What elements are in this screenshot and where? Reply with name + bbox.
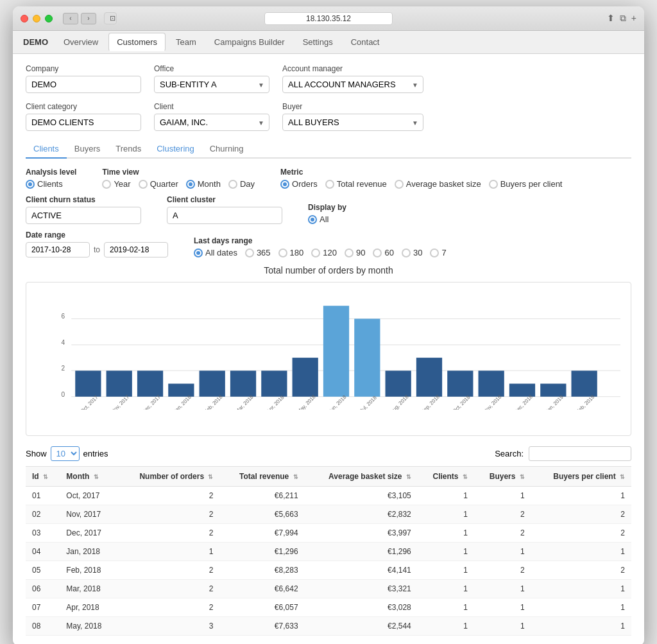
bar-aug-2018[interactable] [386, 370, 411, 396]
tab-clients[interactable]: Clients [26, 140, 67, 159]
sort-clients-icon: ⇅ [463, 474, 468, 480]
share-icon[interactable]: ⬆ [607, 13, 615, 24]
date-to-input[interactable] [104, 242, 168, 257]
office-filter: Office SUB-ENTITY A ▼ [154, 64, 269, 93]
maximize-button[interactable] [45, 15, 53, 22]
radio-365-dot [245, 248, 254, 257]
radio-avg-basket[interactable]: Average basket size [395, 179, 481, 189]
radio-30[interactable]: 30 [402, 248, 422, 257]
client-churn-input[interactable] [26, 207, 141, 224]
bar-may-2018[interactable] [293, 358, 318, 397]
radio-30-label: 30 [413, 248, 422, 257]
radio-all[interactable]: All [308, 214, 328, 224]
radio-buyers-per-client[interactable]: Buyers per client [489, 179, 563, 189]
bar-jul-2018[interactable] [354, 318, 380, 396]
cell-month: Mar, 2018 [60, 580, 117, 598]
tab-churning[interactable]: Churning [202, 140, 252, 159]
bar-sep-2018[interactable] [416, 358, 442, 397]
minimize-button[interactable] [33, 15, 40, 22]
bar-dec-2017[interactable] [137, 370, 163, 396]
bar-jan-2019[interactable] [540, 384, 566, 397]
bar-oct-2018[interactable] [447, 370, 473, 396]
search-input[interactable] [529, 446, 631, 461]
buyer-select[interactable]: ALL BUYERS [282, 114, 423, 131]
col-bpc[interactable]: Buyers per client ⇅ [531, 467, 631, 487]
bar-chart: 0 2 4 6 Oct, 2017 Nov, 2017 Dec, 2017 [52, 293, 620, 410]
display-by-radios: All [308, 214, 346, 224]
company-input[interactable] [26, 76, 141, 93]
sort-avg-basket-icon: ⇅ [406, 474, 411, 480]
svg-text:6: 6 [62, 313, 65, 320]
col-id[interactable]: Id ⇅ [26, 467, 60, 487]
radio-7[interactable]: 7 [430, 248, 446, 257]
radio-month-dot [186, 180, 195, 189]
close-button[interactable] [21, 15, 28, 22]
bar-feb-2018[interactable] [200, 370, 225, 396]
radio-year[interactable]: Year [102, 179, 130, 189]
cell-buyers: 2 [474, 505, 531, 524]
radio-90[interactable]: 90 [345, 248, 365, 257]
tab-trends[interactable]: Trends [108, 140, 149, 159]
bar-jun-2018[interactable] [323, 306, 349, 397]
radio-365[interactable]: 365 [245, 248, 271, 257]
radio-total-revenue[interactable]: Total revenue [325, 179, 387, 189]
bar-nov-2017[interactable] [107, 370, 132, 396]
forward-button[interactable]: › [81, 13, 96, 24]
client-category-filter: Client category [26, 102, 141, 131]
col-month[interactable]: Month ⇅ [60, 467, 117, 487]
client-cluster-input[interactable] [167, 207, 282, 224]
nav-item-contact[interactable]: Contact [343, 33, 388, 51]
cell-id: 07 [26, 598, 60, 617]
radio-quarter[interactable]: Quarter [139, 179, 178, 189]
radio-60[interactable]: 60 [373, 248, 393, 257]
back-button[interactable]: ‹ [63, 13, 78, 24]
bar-oct-2017[interactable] [75, 370, 101, 396]
radio-orders-dot [280, 180, 289, 189]
url-bar[interactable]: 18.130.35.12 [264, 12, 393, 25]
nav-item-overview[interactable]: Overview [56, 33, 106, 51]
radio-orders[interactable]: Orders [280, 179, 318, 189]
tab-clustering[interactable]: Clustering [149, 140, 202, 159]
radio-day[interactable]: Day [228, 179, 255, 189]
client-select[interactable]: GAIAM, INC. [154, 114, 269, 131]
bar-apr-2018[interactable] [261, 370, 287, 396]
account-manager-select[interactable]: ALL ACCOUNT MANAGERS [282, 76, 423, 93]
radio-180[interactable]: 180 [278, 248, 304, 257]
radio-buyers-per-client-label: Buyers per client [500, 179, 563, 189]
nav-item-campaigns[interactable]: Campaigns Builder [207, 33, 293, 51]
bar-dec-2018[interactable] [509, 384, 535, 397]
col-orders[interactable]: Number of orders ⇅ [117, 467, 219, 487]
radio-day-dot [228, 180, 237, 189]
col-clients[interactable]: Clients ⇅ [418, 467, 474, 487]
client-category-input[interactable] [26, 114, 141, 131]
bar-feb-2019[interactable] [571, 370, 597, 396]
add-tab-icon[interactable]: + [631, 13, 636, 24]
cell-id: 04 [26, 543, 60, 561]
nav-item-customers[interactable]: Customers [108, 33, 166, 51]
col-buyers[interactable]: Buyers ⇅ [474, 467, 531, 487]
bar-jan-2018[interactable] [168, 384, 194, 397]
bar-mar-2018[interactable] [230, 370, 256, 396]
radio-month[interactable]: Month [186, 179, 221, 189]
bar-nov-2018[interactable] [479, 370, 504, 396]
tab-buyers[interactable]: Buyers [67, 140, 108, 159]
svg-text:0: 0 [62, 391, 65, 398]
table-header-row: Id ⇅ Month ⇅ Number of orders ⇅ Total re… [26, 467, 631, 487]
entries-select[interactable]: 10 25 50 [51, 446, 80, 461]
radio-all-dates[interactable]: All dates [194, 248, 237, 257]
radio-120[interactable]: 120 [311, 248, 337, 257]
radio-clients[interactable]: Clients [26, 179, 63, 189]
time-view-radios: Year Quarter Month Day [102, 179, 255, 189]
cell-bpc: 2 [531, 561, 631, 580]
nav-item-team[interactable]: Team [168, 33, 204, 51]
office-select[interactable]: SUB-ENTITY A [154, 76, 269, 93]
nav-item-settings[interactable]: Settings [295, 33, 341, 51]
col-revenue[interactable]: Total revenue ⇅ [219, 467, 304, 487]
col-avg-basket[interactable]: Average basket size ⇅ [305, 467, 418, 487]
cell-clients: 1 [418, 524, 474, 543]
search-box: Search: [495, 446, 631, 461]
cell-month: Dec, 2017 [60, 524, 117, 543]
cell-id: 08 [26, 617, 60, 636]
new-tab-icon[interactable]: ⧉ [620, 13, 626, 24]
date-from-input[interactable] [26, 242, 90, 257]
